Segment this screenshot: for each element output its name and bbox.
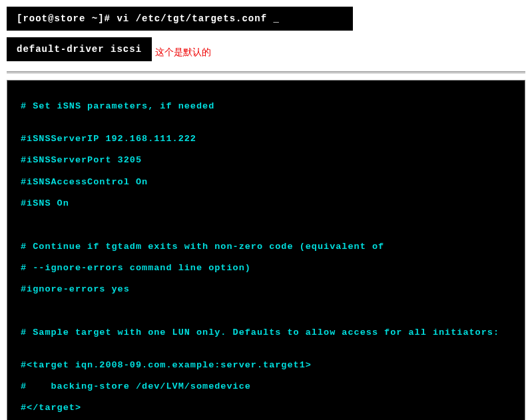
config-annotation: 这个是默认的 bbox=[155, 47, 211, 59]
divider bbox=[7, 71, 525, 73]
editor-line: #<target iqn.2008-09.com.example:server.… bbox=[21, 360, 511, 371]
editor-line: # --ignore-errors command line option) bbox=[21, 263, 511, 274]
editor-line: # backing-store /dev/LVM/somedevice bbox=[21, 381, 511, 392]
config-row: default-driver iscsi 这个是默认的 bbox=[7, 37, 525, 68]
editor-line: #iSNSServerIP 192.168.111.222 bbox=[21, 134, 511, 144]
editor-line: #ignore-errors yes bbox=[21, 284, 511, 295]
editor-line: #iSNS On bbox=[21, 198, 511, 209]
config-line-text: default-driver iscsi bbox=[17, 44, 142, 55]
terminal-command-text: [root@store ~]# vi /etc/tgt/targets.conf… bbox=[17, 13, 280, 24]
editor-line: # Sample target with one LUN only. Defau… bbox=[21, 327, 511, 338]
config-line-box: default-driver iscsi bbox=[7, 37, 152, 61]
editor-box: # Set iSNS parameters, if needed #iSNSSe… bbox=[7, 80, 525, 420]
editor-line: # Set iSNS parameters, if needed bbox=[21, 101, 511, 112]
terminal-command-box: [root@store ~]# vi /etc/tgt/targets.conf… bbox=[7, 7, 353, 31]
editor-line: #iSNSAccessControl On bbox=[21, 177, 511, 188]
editor-line: # Continue if tgtadm exits with non-zero… bbox=[21, 242, 511, 252]
editor-line: #iSNSServerPort 3205 bbox=[21, 155, 511, 166]
editor-line: #</target> bbox=[21, 403, 511, 413]
